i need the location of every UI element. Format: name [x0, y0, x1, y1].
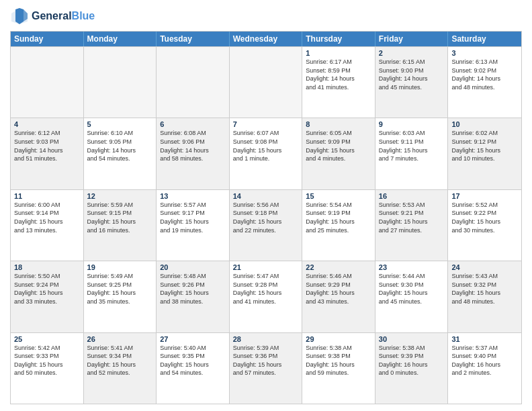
calendar-day-18: 18Sunrise: 5:50 AM Sunset: 9:24 PM Dayli…: [11, 261, 84, 332]
day-number: 8: [306, 120, 371, 128]
logo-icon: [10, 7, 29, 26]
day-header-sunday: Sunday: [11, 32, 84, 46]
cell-info: Sunrise: 5:43 AM Sunset: 9:32 PM Dayligh…: [451, 272, 518, 306]
calendar-body: 1Sunrise: 6:17 AM Sunset: 8:59 PM Daylig…: [11, 46, 521, 404]
day-number: 31: [451, 335, 518, 343]
day-number: 5: [87, 120, 153, 128]
day-number: 4: [14, 120, 80, 128]
day-number: 3: [451, 49, 518, 57]
day-number: 11: [14, 192, 80, 200]
calendar-day-25: 25Sunrise: 5:42 AM Sunset: 9:33 PM Dayli…: [11, 333, 84, 404]
cell-info: Sunrise: 6:10 AM Sunset: 9:05 PM Dayligh…: [87, 129, 153, 163]
calendar-day-27: 27Sunrise: 5:40 AM Sunset: 9:35 PM Dayli…: [157, 333, 230, 404]
cell-info: Sunrise: 5:53 AM Sunset: 9:21 PM Dayligh…: [379, 201, 445, 234]
day-header-thursday: Thursday: [302, 32, 375, 46]
cell-info: Sunrise: 6:02 AM Sunset: 9:12 PM Dayligh…: [451, 129, 518, 163]
calendar-day-29: 29Sunrise: 5:38 AM Sunset: 9:38 PM Dayli…: [302, 333, 375, 404]
day-number: 23: [379, 263, 445, 271]
cell-info: Sunrise: 5:38 AM Sunset: 9:38 PM Dayligh…: [306, 344, 371, 377]
cell-info: Sunrise: 5:56 AM Sunset: 9:18 PM Dayligh…: [233, 201, 299, 234]
day-number: 9: [379, 120, 445, 128]
cell-info: Sunrise: 5:40 AM Sunset: 9:35 PM Dayligh…: [160, 344, 226, 377]
calendar-day-31: 31Sunrise: 5:37 AM Sunset: 9:40 PM Dayli…: [448, 333, 521, 404]
day-number: 30: [379, 335, 445, 343]
logo-text: GeneralBlue: [32, 10, 95, 22]
cell-info: Sunrise: 5:44 AM Sunset: 9:30 PM Dayligh…: [379, 272, 445, 306]
day-number: 18: [14, 263, 80, 271]
day-number: 29: [306, 335, 371, 343]
day-number: 26: [87, 335, 153, 343]
cell-info: Sunrise: 6:03 AM Sunset: 9:11 PM Dayligh…: [379, 129, 445, 163]
calendar-day-15: 15Sunrise: 5:54 AM Sunset: 9:19 PM Dayli…: [302, 190, 375, 261]
calendar-empty-cell: [11, 47, 84, 118]
calendar-week-5: 25Sunrise: 5:42 AM Sunset: 9:33 PM Dayli…: [11, 332, 521, 404]
calendar-day-24: 24Sunrise: 5:43 AM Sunset: 9:32 PM Dayli…: [448, 261, 521, 332]
day-header-monday: Monday: [84, 32, 157, 46]
day-header-friday: Friday: [375, 32, 449, 46]
day-header-saturday: Saturday: [448, 32, 521, 46]
calendar-day-10: 10Sunrise: 6:02 AM Sunset: 9:12 PM Dayli…: [448, 118, 521, 189]
calendar-week-2: 4Sunrise: 6:12 AM Sunset: 9:03 PM Daylig…: [11, 118, 521, 189]
calendar-day-30: 30Sunrise: 5:38 AM Sunset: 9:39 PM Dayli…: [375, 333, 449, 404]
calendar-week-4: 18Sunrise: 5:50 AM Sunset: 9:24 PM Dayli…: [11, 261, 521, 332]
day-header-wednesday: Wednesday: [230, 32, 303, 46]
cell-info: Sunrise: 5:39 AM Sunset: 9:36 PM Dayligh…: [233, 344, 299, 377]
day-number: 7: [233, 120, 299, 128]
day-number: 19: [87, 263, 153, 271]
calendar-day-28: 28Sunrise: 5:39 AM Sunset: 9:36 PM Dayli…: [230, 333, 303, 404]
day-number: 20: [160, 263, 226, 271]
cell-info: Sunrise: 5:54 AM Sunset: 9:19 PM Dayligh…: [306, 201, 371, 234]
day-number: 27: [160, 335, 226, 343]
calendar-header: SundayMondayTuesdayWednesdayThursdayFrid…: [11, 32, 521, 46]
calendar-day-6: 6Sunrise: 6:08 AM Sunset: 9:06 PM Daylig…: [157, 118, 230, 189]
cell-info: Sunrise: 5:47 AM Sunset: 9:28 PM Dayligh…: [233, 272, 299, 306]
calendar: SundayMondayTuesdayWednesdayThursdayFrid…: [10, 31, 522, 404]
calendar-day-2: 2Sunrise: 6:15 AM Sunset: 9:00 PM Daylig…: [375, 47, 449, 118]
day-number: 14: [233, 192, 299, 200]
day-number: 25: [14, 335, 80, 343]
day-number: 2: [379, 49, 445, 57]
cell-info: Sunrise: 6:13 AM Sunset: 9:02 PM Dayligh…: [451, 58, 518, 91]
day-number: 24: [451, 263, 518, 271]
calendar-day-22: 22Sunrise: 5:46 AM Sunset: 9:29 PM Dayli…: [302, 261, 375, 332]
cell-info: Sunrise: 5:38 AM Sunset: 9:39 PM Dayligh…: [379, 344, 445, 377]
calendar-day-20: 20Sunrise: 5:48 AM Sunset: 9:26 PM Dayli…: [157, 261, 230, 332]
cell-info: Sunrise: 5:52 AM Sunset: 9:22 PM Dayligh…: [451, 201, 518, 234]
logo: GeneralBlue: [10, 7, 95, 26]
cell-info: Sunrise: 5:49 AM Sunset: 9:25 PM Dayligh…: [87, 272, 153, 306]
calendar-empty-cell: [157, 47, 230, 118]
calendar-day-5: 5Sunrise: 6:10 AM Sunset: 9:05 PM Daylig…: [84, 118, 157, 189]
calendar-day-13: 13Sunrise: 5:57 AM Sunset: 9:17 PM Dayli…: [157, 190, 230, 261]
cell-info: Sunrise: 6:12 AM Sunset: 9:03 PM Dayligh…: [14, 129, 80, 163]
cell-info: Sunrise: 6:15 AM Sunset: 9:00 PM Dayligh…: [379, 58, 445, 91]
calendar-day-8: 8Sunrise: 6:05 AM Sunset: 9:09 PM Daylig…: [302, 118, 375, 189]
calendar-day-14: 14Sunrise: 5:56 AM Sunset: 9:18 PM Dayli…: [230, 190, 303, 261]
calendar-day-7: 7Sunrise: 6:07 AM Sunset: 9:08 PM Daylig…: [230, 118, 303, 189]
cell-info: Sunrise: 6:00 AM Sunset: 9:14 PM Dayligh…: [14, 201, 80, 234]
cell-info: Sunrise: 5:50 AM Sunset: 9:24 PM Dayligh…: [14, 272, 80, 306]
cell-info: Sunrise: 5:37 AM Sunset: 9:40 PM Dayligh…: [451, 344, 518, 377]
svg-marker-2: [15, 8, 24, 24]
calendar-day-9: 9Sunrise: 6:03 AM Sunset: 9:11 PM Daylig…: [375, 118, 449, 189]
calendar-day-16: 16Sunrise: 5:53 AM Sunset: 9:21 PM Dayli…: [375, 190, 449, 261]
calendar-empty-cell: [84, 47, 157, 118]
cell-info: Sunrise: 6:07 AM Sunset: 9:08 PM Dayligh…: [233, 129, 299, 163]
day-number: 15: [306, 192, 371, 200]
cell-info: Sunrise: 5:48 AM Sunset: 9:26 PM Dayligh…: [160, 272, 226, 306]
day-number: 16: [379, 192, 445, 200]
cell-info: Sunrise: 5:57 AM Sunset: 9:17 PM Dayligh…: [160, 201, 226, 234]
logo-line1: GeneralBlue: [32, 10, 95, 22]
header: GeneralBlue: [10, 7, 522, 26]
cell-info: Sunrise: 5:41 AM Sunset: 9:34 PM Dayligh…: [87, 344, 153, 377]
cell-info: Sunrise: 6:05 AM Sunset: 9:09 PM Dayligh…: [306, 129, 371, 163]
calendar-day-11: 11Sunrise: 6:00 AM Sunset: 9:14 PM Dayli…: [11, 190, 84, 261]
calendar-week-3: 11Sunrise: 6:00 AM Sunset: 9:14 PM Dayli…: [11, 189, 521, 261]
day-number: 1: [306, 49, 371, 57]
day-number: 17: [451, 192, 518, 200]
calendar-day-1: 1Sunrise: 6:17 AM Sunset: 8:59 PM Daylig…: [302, 47, 375, 118]
cell-info: Sunrise: 5:46 AM Sunset: 9:29 PM Dayligh…: [306, 272, 371, 306]
day-number: 10: [451, 120, 518, 128]
cell-info: Sunrise: 6:08 AM Sunset: 9:06 PM Dayligh…: [160, 129, 226, 163]
calendar-week-1: 1Sunrise: 6:17 AM Sunset: 8:59 PM Daylig…: [11, 46, 521, 118]
cell-info: Sunrise: 5:59 AM Sunset: 9:15 PM Dayligh…: [87, 201, 153, 234]
